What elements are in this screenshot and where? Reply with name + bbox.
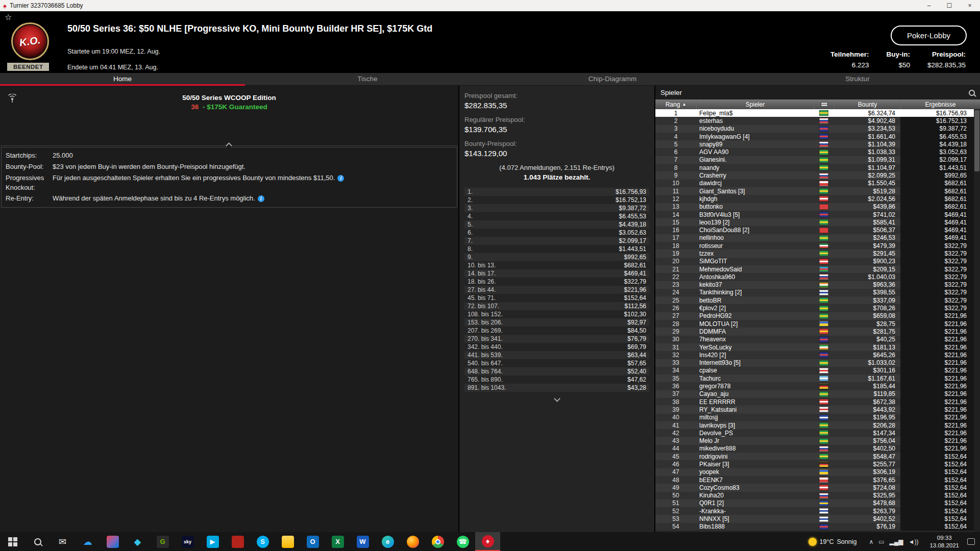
player-row[interactable]: 54Bibs1888$76,19$152,64 [655, 523, 974, 531]
player-row[interactable]: 2esterhas$4.902,48$16.752,13 [655, 117, 974, 124]
player-row[interactable]: 48bEENK7$376,65$152,64 [655, 476, 974, 484]
player-row[interactable]: 3niceboydudu$3.234,53$9.387,72 [655, 125, 974, 133]
player-row[interactable]: 52-Krankka-$263,79$152,64 [655, 507, 974, 515]
player-row[interactable]: 14B3tf0rV4lu3 [5]$741,02$469,41 [655, 211, 974, 218]
info-icon[interactable]: i [258, 195, 264, 202]
player-row[interactable]: 23kekito37$963,36$322,79 [655, 281, 974, 289]
player-row[interactable]: 17nellinhoo$246,53$469,41 [655, 234, 974, 242]
taskbar-icon-excel[interactable]: X [325, 532, 350, 551]
player-row[interactable]: 46PKaiser [3]$255,77$152,64 [655, 460, 974, 468]
player-row[interactable]: 39RY_Katsutani$443,92$221,96 [655, 406, 974, 413]
column-header-rank[interactable]: Rang ▲ [655, 99, 696, 109]
player-row[interactable]: 44mikediver888$402,50$221,96 [655, 445, 974, 453]
taskbar-icon-mail[interactable]: ✉ [50, 532, 75, 551]
minimize-button[interactable]: – [919, 0, 939, 11]
taskbar-icon-photos[interactable] [100, 532, 125, 551]
player-row[interactable]: 53NNNXX [5]$402,52$152,64 [655, 515, 974, 522]
maximize-button[interactable]: ☐ [939, 0, 960, 11]
player-row[interactable]: 41lavrikovps [3]$206,28$221,96 [655, 421, 974, 429]
column-header-player[interactable]: Spieler [696, 99, 814, 109]
player-row[interactable]: 43Melo Jr$756,04$221,96 [655, 437, 974, 444]
player-row[interactable]: 28MOLOTUA [2]$28,75$221,96 [655, 320, 974, 328]
poker-lobby-button[interactable]: Poker-Lobby [891, 26, 967, 45]
close-button[interactable]: × [960, 0, 980, 11]
taskbar-icon-whatsapp[interactable]: ☎ [450, 532, 475, 551]
tab-tische[interactable]: Tische [245, 73, 490, 85]
player-row[interactable]: 50Kiruha20$325,95$152,64 [655, 492, 974, 499]
player-row[interactable]: 1Felipe_mla$$6.324,74$16.756,93 [655, 109, 974, 117]
tray-expand-icon[interactable]: ∧ [869, 538, 873, 545]
taskbar-icon-onedrive[interactable]: ☁ [75, 532, 100, 551]
network-icon[interactable]: ▂▄▆ [890, 538, 903, 545]
player-row[interactable]: 8naandy$1.104,97$1.443,51 [655, 164, 974, 171]
tab-chip-diagramm[interactable]: Chip-Diagramm [490, 73, 735, 85]
player-row[interactable]: 20SiMGoTIT$900,23$322,79 [655, 258, 974, 265]
player-row[interactable]: 12kjhdgh$2.024,56$682,61 [655, 195, 974, 203]
taskbar-icon-sky[interactable]: sky [175, 532, 200, 551]
taskbar-icon-red-app[interactable] [225, 532, 250, 551]
player-row[interactable]: 42Devolve_PS$147,34$221,96 [655, 429, 974, 437]
player-row[interactable]: 4ImIykwagwanG [4]$1.661,40$6.455,53 [655, 133, 974, 140]
taskbar-icon-prime-video[interactable]: ▶ [200, 532, 225, 551]
player-row[interactable]: 40miltosjj$196,95$221,96 [655, 414, 974, 421]
player-row[interactable]: 5snapy89$1.104,39$4.439,18 [655, 140, 974, 148]
player-row[interactable]: 16ChoiSanDou88 [2]$506,37$469,41 [655, 226, 974, 234]
info-icon[interactable]: i [337, 175, 344, 182]
taskbar-icon-geforce[interactable]: G [150, 532, 175, 551]
taskbar-icon-pokerstars[interactable]: ♠ [475, 532, 500, 551]
favorite-star-icon[interactable]: ☆ [5, 12, 12, 22]
player-row[interactable]: 19tzzex$291,45$322,79 [655, 249, 974, 257]
player-row[interactable]: 9Crasherry$2.099,25$992,65 [655, 171, 974, 179]
taskbar-icon-edge[interactable]: e [375, 532, 400, 551]
player-row[interactable]: 27PedroHG92$659,08$221,96 [655, 312, 974, 320]
player-row[interactable]: 37Cayao_aju$119,85$221,96 [655, 390, 974, 398]
player-row[interactable]: 18rotisseur$479,39$322,79 [655, 242, 974, 249]
player-row[interactable]: 29DDMMFA$281,75$221,96 [655, 328, 974, 335]
player-row[interactable]: 21MehmedovSaid$209,15$322,79 [655, 265, 974, 273]
taskbar-icon-search[interactable] [25, 532, 50, 551]
search-icon[interactable] [969, 90, 975, 96]
player-row[interactable]: 47yoopek$306,19$152,64 [655, 468, 974, 476]
player-row[interactable]: 24Tankthinking [2]$398,55$322,79 [655, 289, 974, 296]
weather-widget[interactable]: 19°C Sonnig [801, 532, 864, 551]
taskbar-icon-file-explorer[interactable] [275, 532, 300, 551]
player-row[interactable]: 7Gianesini.$1.099,31$2.099,17 [655, 156, 974, 164]
player-row[interactable]: 22Antoshka960$1.040,03$322,79 [655, 273, 974, 281]
player-row[interactable]: 49CozyCosmo83$724,08$152,64 [655, 484, 974, 491]
taskbar-icon-start[interactable] [0, 532, 25, 551]
player-row[interactable]: 51Q0R1 [2]$478,68$152,64 [655, 499, 974, 507]
player-row[interactable]: 25bettoBR$337,09$322,79 [655, 296, 974, 304]
player-row[interactable]: 31YerSoLucky$181,13$221,96 [655, 343, 974, 351]
taskbar-icon-chrome[interactable] [425, 532, 450, 551]
column-header-bounty[interactable]: Bounty [834, 99, 900, 109]
player-row[interactable]: 33Internett93o [5]$1.033,02$221,96 [655, 359, 974, 367]
notification-center-icon[interactable] [967, 538, 975, 545]
volume-icon[interactable]: ◄)) [909, 538, 919, 545]
scrollbar-thumb[interactable] [974, 110, 979, 171]
taskbar-icon-skype[interactable]: S [250, 532, 275, 551]
scroll-down-chevron-icon[interactable] [554, 395, 560, 402]
player-row[interactable]: 32Ins420 [2]$645,26$221,96 [655, 351, 974, 359]
player-row[interactable]: 307heavenx$40,25$221,96 [655, 336, 974, 343]
player-row[interactable]: 35Tachurc$1.167,61$221,96 [655, 374, 974, 382]
column-header-flag[interactable] [814, 99, 834, 109]
battery-icon[interactable]: ▭ [878, 538, 884, 545]
taskbar-icon-outlook[interactable]: O [300, 532, 325, 551]
player-row[interactable]: 11Giant_Santos [3]$519,28$682,61 [655, 187, 974, 195]
taskbar-clock[interactable]: 09:33 13.08.2021 [923, 534, 965, 549]
taskbar-icon-sky-go[interactable]: ◆ [125, 532, 150, 551]
player-row[interactable]: 34cpalse$301,16$221,96 [655, 367, 974, 374]
player-row[interactable]: 38EE ERRRRR$672,38$221,96 [655, 398, 974, 406]
player-row[interactable]: 36gregor7878$185,44$221,96 [655, 382, 974, 390]
tab-struktur[interactable]: Struktur [735, 73, 980, 85]
player-row[interactable]: 6AGV AA90$1.038,33$3.052,63 [655, 148, 974, 156]
tab-home[interactable]: Home [0, 73, 245, 85]
taskbar-icon-word[interactable]: W [350, 532, 375, 551]
taskbar-icon-firefox[interactable] [400, 532, 425, 551]
player-row[interactable]: 15leoo139 [2]$585,41$469,41 [655, 218, 974, 226]
player-row[interactable]: 13buttonko$439,86$682,61 [655, 203, 974, 211]
player-row[interactable]: 26€plov2 [2]$708,26$322,79 [655, 304, 974, 312]
players-scrollbar[interactable] [974, 109, 980, 532]
player-row[interactable]: 10dawidrcj$1.550,45$682,61 [655, 180, 974, 187]
column-header-results[interactable]: Ergebnisse [900, 99, 980, 109]
